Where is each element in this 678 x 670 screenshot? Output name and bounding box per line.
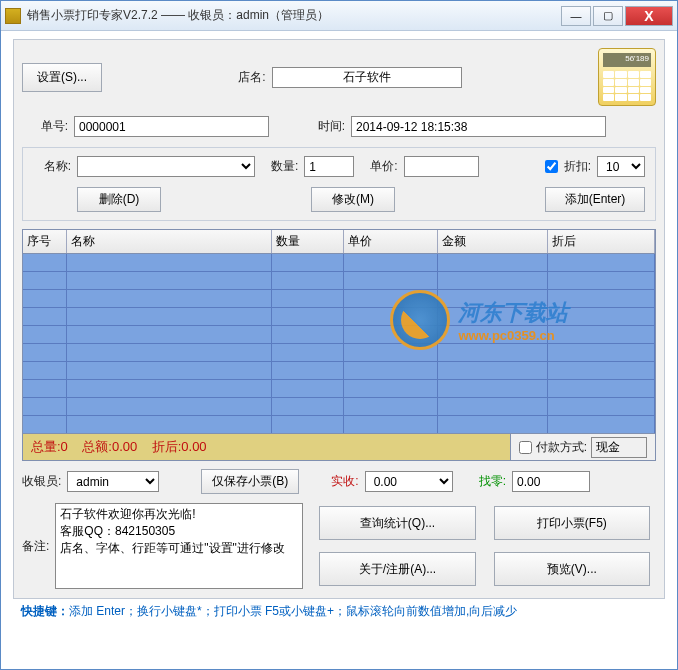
price-input[interactable] — [404, 156, 479, 177]
stats-button[interactable]: 查询统计(Q)... — [319, 506, 475, 540]
table-header: 序号 名称 数量 单价 金额 折后 — [23, 230, 655, 254]
discount-select[interactable]: 10 — [597, 156, 645, 177]
client-area: 设置(S)... 店名: 56'189 单号: 时间: 名称: — [1, 31, 677, 628]
table-row — [23, 308, 655, 326]
time-label: 时间: — [275, 118, 345, 135]
table-row — [23, 272, 655, 290]
cashier-label: 收银员: — [22, 473, 61, 490]
shortcut-hint: 快捷键：添加 Enter；换行小键盘*；打印小票 F5或小键盘+；鼠标滚轮向前数… — [13, 599, 665, 624]
preview-button[interactable]: 预览(V)... — [494, 552, 650, 586]
table-body[interactable] — [23, 254, 655, 434]
add-button[interactable]: 添加(Enter) — [545, 187, 645, 212]
totals-bar: 总量:0 总额:0.00 折后:0.00 — [23, 434, 510, 460]
col-amount[interactable]: 金额 — [438, 230, 548, 253]
payment-label: 付款方式: — [536, 439, 587, 456]
close-button[interactable]: X — [625, 6, 673, 26]
recv-label: 实收: — [331, 473, 358, 490]
table-row — [23, 344, 655, 362]
total-amount: 总额:0.00 — [82, 439, 137, 454]
col-seq[interactable]: 序号 — [23, 230, 67, 253]
table-row — [23, 380, 655, 398]
payment-checkbox[interactable] — [519, 441, 532, 454]
price-label: 单价: — [370, 158, 397, 175]
remark-label: 备注: — [22, 538, 49, 555]
time-input[interactable] — [351, 116, 606, 137]
save-only-button[interactable]: 仅保存小票(B) — [201, 469, 299, 494]
items-table: 序号 名称 数量 单价 金额 折后 — [22, 229, 656, 461]
app-window: 销售小票打印专家V2.7.2 —— 收银员：admin（管理员） — ▢ X 设… — [0, 0, 678, 670]
remark-textarea[interactable]: 石子软件欢迎你再次光临! 客服QQ：842150305 店名、字体、行距等可通过… — [55, 503, 303, 589]
store-name-input[interactable] — [272, 67, 462, 88]
maximize-button[interactable]: ▢ — [593, 6, 623, 26]
col-after[interactable]: 折后 — [548, 230, 655, 253]
change-input[interactable] — [512, 471, 590, 492]
total-qty: 总量:0 — [31, 439, 68, 454]
discount-label: 折扣: — [564, 158, 591, 175]
name-label: 名称: — [33, 158, 71, 175]
item-name-select[interactable] — [77, 156, 255, 177]
print-button[interactable]: 打印小票(F5) — [494, 506, 650, 540]
app-icon — [5, 8, 21, 24]
item-entry-panel: 名称: 数量: 单价: 折扣: 10 删除(D) 修改(M) — [22, 147, 656, 221]
total-after: 折后:0.00 — [152, 439, 207, 454]
window-title: 销售小票打印专家V2.7.2 —— 收银员：admin（管理员） — [27, 7, 559, 24]
title-bar[interactable]: 销售小票打印专家V2.7.2 —— 收银员：admin（管理员） — ▢ X — [1, 1, 677, 31]
table-row — [23, 416, 655, 434]
table-row — [23, 326, 655, 344]
order-no-input[interactable] — [74, 116, 269, 137]
table-row — [23, 362, 655, 380]
table-row — [23, 290, 655, 308]
calculator-icon[interactable]: 56'189 — [598, 48, 656, 106]
change-label: 找零: — [479, 473, 506, 490]
main-panel: 设置(S)... 店名: 56'189 单号: 时间: 名称: — [13, 39, 665, 599]
table-row — [23, 398, 655, 416]
discount-checkbox[interactable] — [545, 160, 558, 173]
recv-input[interactable]: 0.00 — [365, 471, 453, 492]
col-price[interactable]: 单价 — [344, 230, 438, 253]
col-name[interactable]: 名称 — [67, 230, 272, 253]
table-row — [23, 254, 655, 272]
minimize-button[interactable]: — — [561, 6, 591, 26]
edit-button[interactable]: 修改(M) — [311, 187, 395, 212]
order-no-label: 单号: — [22, 118, 68, 135]
store-label: 店名: — [238, 69, 265, 86]
payment-value — [591, 437, 647, 458]
cashier-select[interactable]: admin — [67, 471, 159, 492]
about-button[interactable]: 关于/注册(A)... — [319, 552, 475, 586]
settings-button[interactable]: 设置(S)... — [22, 63, 102, 92]
qty-input[interactable] — [304, 156, 354, 177]
qty-label: 数量: — [271, 158, 298, 175]
col-qty[interactable]: 数量 — [272, 230, 344, 253]
delete-button[interactable]: 删除(D) — [77, 187, 161, 212]
